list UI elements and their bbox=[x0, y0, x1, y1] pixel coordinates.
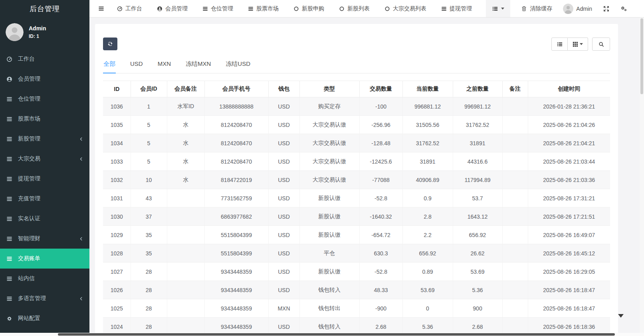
topnav-item-label: 新股申购 bbox=[302, 5, 324, 12]
table-cell: 8124208470 bbox=[204, 134, 268, 152]
table-cell bbox=[502, 116, 528, 134]
clear-cache-button[interactable]: 清除缓存 bbox=[521, 5, 552, 12]
topnav-item-ipo-subscribe[interactable]: 新股申购 bbox=[293, 5, 324, 12]
grid-view-button[interactable] bbox=[568, 38, 588, 51]
refresh-icon bbox=[107, 41, 113, 47]
admin-user-menu[interactable]: Admin bbox=[563, 4, 592, 14]
table-header-row: ID 会员ID 会员备注 会员手机号 钱包 类型 交易数量 当前数量 之前数量 … bbox=[103, 81, 610, 97]
sidebar-item-site-config[interactable]: 网站配置 bbox=[0, 308, 89, 328]
table-cell: 31762.52 bbox=[402, 134, 453, 152]
table-cell bbox=[167, 244, 204, 263]
topnav-item-withdrawals[interactable]: 提现管理 bbox=[441, 5, 472, 12]
topnav-item-label: 会员管理 bbox=[165, 5, 188, 12]
sidebar-item-workbench[interactable]: 工作台 bbox=[0, 49, 89, 69]
sidebar-item-label: 工作台 bbox=[18, 55, 35, 63]
vertical-scrollbar[interactable] bbox=[640, 18, 644, 333]
table-cell: 2025-08-26 21:03:36 bbox=[528, 171, 610, 189]
table-cell: 8184722019 bbox=[204, 171, 268, 189]
sidebar-item-site-messages[interactable]: 站内信 bbox=[0, 269, 89, 289]
topnav-item-block-trade-list[interactable]: 大宗交易列表 bbox=[384, 5, 426, 12]
table-cell: 1033 bbox=[103, 152, 131, 171]
tab-frozen-mxn[interactable]: 冻结MXN bbox=[185, 56, 211, 73]
topnav-item-workbench[interactable]: 工作台 bbox=[117, 5, 142, 12]
sidebar-toggle-button[interactable] bbox=[94, 6, 108, 12]
sidebar-item-stock-market[interactable]: 股票市场 bbox=[0, 109, 89, 129]
sidebar-item-kyc[interactable]: 实名认证 bbox=[0, 209, 89, 229]
topnav-item-stock-market[interactable]: 股票市场 bbox=[248, 5, 279, 12]
list-icon bbox=[6, 255, 14, 262]
table-cell: 购买定存 bbox=[299, 97, 359, 116]
table-row: 103210水8184722019USD大宗交易认缴-7708840906.89… bbox=[103, 171, 610, 189]
table-cell bbox=[502, 171, 528, 189]
column-header-type: 类型 bbox=[299, 81, 359, 97]
table-cell: 48.33 bbox=[359, 281, 402, 299]
hamburger-icon bbox=[98, 6, 104, 12]
refresh-button[interactable] bbox=[103, 38, 117, 50]
table-cell: 40906.89 bbox=[402, 171, 453, 189]
sidebar-item-members[interactable]: 会员管理 bbox=[0, 69, 89, 89]
table-cell: 996981.12 bbox=[453, 97, 502, 116]
column-header-id: ID bbox=[103, 81, 131, 97]
sidebar-item-label: 多语言管理 bbox=[18, 295, 46, 302]
settings-button[interactable] bbox=[620, 6, 627, 12]
sidebar-item-label: 网站配置 bbox=[18, 315, 40, 322]
table-cell: 2025-08-26 16:18:47 bbox=[528, 281, 610, 299]
table-cell: -1640.32 bbox=[359, 208, 402, 226]
view-button-group bbox=[551, 38, 588, 51]
table-cell: 新股认缴 bbox=[299, 226, 359, 244]
tab-frozen-usd[interactable]: 冻结USD bbox=[225, 56, 251, 73]
caret-down-icon bbox=[501, 8, 504, 10]
sidebar-item-block-trade[interactable]: 大宗交易 bbox=[0, 149, 89, 169]
column-header-previous-amount: 之前数量 bbox=[453, 81, 502, 97]
search-button[interactable] bbox=[592, 38, 610, 51]
column-header-member-phone: 会员手机号 bbox=[204, 81, 268, 97]
table-cell: 0.89 bbox=[402, 263, 453, 281]
sidebar-item-smart-finance[interactable]: 智能理财 bbox=[0, 229, 89, 249]
tab-usd[interactable]: USD bbox=[130, 56, 143, 73]
table-cell: 2025-08-26 17:21:51 bbox=[528, 208, 610, 226]
sidebar-item-positions[interactable]: 仓位管理 bbox=[0, 89, 89, 109]
dashboard-icon bbox=[117, 6, 123, 12]
table-cell bbox=[167, 281, 204, 299]
sidebar-item-label: 股票市场 bbox=[18, 115, 40, 123]
table-cell: 1029 bbox=[103, 226, 131, 244]
table-cell bbox=[502, 152, 528, 171]
table-cell: 5 bbox=[131, 152, 167, 171]
table-cell: 28 bbox=[131, 299, 167, 318]
tab-all[interactable]: 全部 bbox=[103, 56, 116, 73]
avatar bbox=[563, 4, 573, 14]
column-header-member-id: 会员ID bbox=[131, 81, 167, 97]
table-cell: 35 bbox=[131, 226, 167, 244]
sidebar-item-ipo-mgmt[interactable]: 新股管理 bbox=[0, 129, 89, 149]
scroll-down-icon[interactable] bbox=[618, 314, 624, 318]
column-header-wallet: 钱包 bbox=[268, 81, 299, 97]
table-row: 1028355515804399USD平仓630.3656.9226.62202… bbox=[103, 244, 610, 263]
sidebar-item-transaction-bills[interactable]: 交易账单 bbox=[0, 249, 89, 269]
sidebar-item-label: 会员管理 bbox=[18, 75, 40, 83]
vertical-scrollbar-thumb[interactable] bbox=[640, 18, 643, 94]
table-cell: 656.92 bbox=[402, 244, 453, 263]
fullscreen-button[interactable] bbox=[603, 6, 610, 12]
menu-dropdown-button[interactable] bbox=[486, 0, 510, 17]
topnav-item-members[interactable]: 会员管理 bbox=[157, 5, 188, 12]
list-icon bbox=[6, 116, 14, 122]
table-cell: 5.36 bbox=[453, 281, 502, 299]
table-row: 1030376863977682USD新股认缴-1640.322.81643.1… bbox=[103, 208, 610, 226]
topnav-item-ipo-list[interactable]: 新股列表 bbox=[339, 5, 370, 12]
table-cell: 2025-08-26 21:04:26 bbox=[528, 116, 610, 134]
table-row: 1025289343448359MXN钱包转出-90009002025-08-2… bbox=[103, 299, 610, 318]
sidebar-item-label: 大宗交易 bbox=[18, 155, 40, 162]
sidebar-item-withdrawals[interactable]: 提现管理 bbox=[0, 169, 89, 189]
topnav-item-positions[interactable]: 仓位管理 bbox=[202, 5, 233, 12]
column-header-remark: 备注 bbox=[502, 81, 528, 97]
horizontal-scrollbar-thumb[interactable] bbox=[58, 333, 615, 336]
list-view-button[interactable] bbox=[551, 38, 568, 51]
sidebar-item-multilanguage[interactable]: 多语言管理 bbox=[0, 289, 89, 308]
horizontal-scrollbar[interactable] bbox=[0, 333, 644, 336]
table-cell: USD bbox=[268, 171, 299, 189]
list-icon bbox=[441, 6, 447, 12]
table-cell: USD bbox=[268, 244, 299, 263]
sidebar-item-deposits[interactable]: 充值管理 bbox=[0, 189, 89, 209]
column-header-member-note: 会员备注 bbox=[167, 81, 204, 97]
tab-mxn[interactable]: MXN bbox=[157, 56, 171, 73]
